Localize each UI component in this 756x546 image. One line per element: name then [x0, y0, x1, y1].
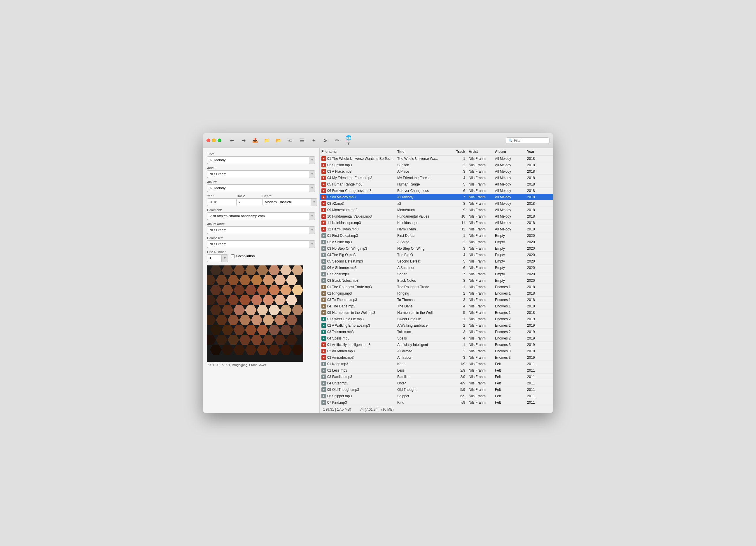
cell-year: 2018 [525, 291, 543, 295]
composer-dropdown-btn[interactable]: ▼ [309, 240, 315, 248]
table-row[interactable]: 11 Kaleidoscope.mp3 Kaleidoscope 11 Nils… [320, 220, 553, 226]
next-button[interactable]: ➡ [239, 137, 248, 145]
table-row[interactable]: 06 A Shimmer.mp3 A Shimmer 6 Nils Frahm … [320, 265, 553, 271]
folder-open-button[interactable]: 📂 [274, 137, 283, 145]
cell-track: 2 [451, 349, 467, 353]
compilation-checkbox[interactable] [231, 254, 235, 258]
table-row[interactable]: 02 All Armed.mp3 All Armed 2 Nils Frahm … [320, 348, 553, 354]
table-row[interactable]: 07 Kind.mp3 Kind 7/9 Nils Frahm Felt 201… [320, 399, 553, 406]
disc-input[interactable] [207, 254, 222, 262]
table-row[interactable]: 03 Talisman.mp3 Talisman 3 Nils Frahm En… [320, 329, 553, 335]
table-row[interactable]: 03 Familiar.mp3 Familiar 3/9 Nils Frahm … [320, 374, 553, 380]
table-row[interactable]: 02 Less.mp3 Less 2/9 Nils Frahm Felt 201… [320, 367, 553, 374]
cell-title: All Melody [395, 195, 451, 199]
table-row[interactable]: 05 Human Range.mp3 Human Range 5 Nils Fr… [320, 181, 553, 188]
cell-year: 2019 [525, 356, 543, 360]
globe-button[interactable]: 🌐 ▾ [344, 137, 353, 145]
track-icon [321, 355, 326, 360]
svg-marker-101 [323, 325, 325, 326]
artist-label: Artist: [207, 166, 315, 170]
table-row[interactable]: 04 The Big O.mp3 The Big O 4 Nils Frahm … [320, 252, 553, 258]
table-row[interactable]: 05 Old Thought.mp3 Old Thought 5/9 Nils … [320, 386, 553, 393]
table-row[interactable]: 05 Harmonium in the Well.mp3 Harmonium i… [320, 309, 553, 316]
previous-button[interactable]: ⬅ [227, 137, 237, 145]
composer-input[interactable] [207, 240, 309, 248]
album-artist-label: Album Artist: [207, 222, 315, 226]
cell-album: All Melody [493, 227, 525, 231]
search-box[interactable]: 🔍 [506, 137, 549, 144]
list-button[interactable]: ☰ [297, 137, 307, 145]
table-row[interactable]: 01 First Defeat.mp3 First Defeat 1 Nils … [320, 232, 553, 239]
cell-title: Black Notes [395, 279, 451, 283]
comment-input[interactable] [207, 212, 309, 220]
genre-dropdown-btn[interactable]: ▼ [311, 198, 317, 206]
album-artist-input[interactable] [207, 226, 309, 234]
table-row[interactable]: 08 #2.mp3 #2 8 Nils Frahm All Melody 201… [320, 200, 553, 207]
cell-title: Keep [395, 362, 451, 366]
tag-button[interactable]: 🏷 [286, 137, 295, 145]
table-row[interactable]: 08 Black Notes.mp3 Black Notes 8 Nils Fr… [320, 277, 553, 284]
comment-dropdown-btn[interactable]: ▼ [309, 212, 315, 220]
table-row[interactable]: 02 A Shine.mp3 A Shine 2 Nils Frahm Empt… [320, 239, 553, 245]
close-button[interactable] [207, 139, 210, 142]
right-panel: Filename Title Track Artist Album Year 0… [320, 148, 553, 413]
cell-year: 2020 [525, 240, 543, 244]
export-button[interactable]: 📤 [251, 137, 260, 145]
cell-artist: Nils Frahm [467, 253, 493, 257]
title-input[interactable] [207, 156, 309, 164]
artist-dropdown-btn[interactable]: ▼ [309, 170, 315, 178]
cell-year: 2020 [525, 234, 543, 238]
cell-year: 2020 [525, 272, 543, 276]
cell-title: Fundamental Values [395, 214, 451, 218]
table-row[interactable]: 03 To Thomas.mp3 To Thomas 3 Nils Frahm … [320, 297, 553, 303]
disc-arrow-btn[interactable]: ▼ [222, 254, 228, 262]
table-row[interactable]: 03 No Step On Wing.mp3 No Step On Wing 3… [320, 245, 553, 252]
album-input[interactable] [207, 184, 309, 192]
artist-input[interactable] [207, 170, 309, 178]
tools-button[interactable]: ✦ [309, 137, 318, 145]
table-row[interactable]: 07 All Melody.mp3 All Melody 7 Nils Frah… [320, 194, 553, 200]
table-row[interactable]: 06 Forever Changeless.mp3 Forever Change… [320, 188, 553, 194]
table-row[interactable]: 02 Ringing.mp3 Ringing 2 Nils Frahm Enco… [320, 290, 553, 297]
title-dropdown-btn[interactable]: ▼ [309, 156, 315, 164]
folder-button[interactable]: 📁 [262, 137, 272, 145]
table-row[interactable]: 01 Artificially Intelligent.mp3 Artifici… [320, 342, 553, 348]
table-row[interactable]: 04 My Friend the Forest.mp3 My Friend th… [320, 175, 553, 181]
table-row[interactable]: 12 Harm Hymn.mp3 Harm Hymn 12 Nils Frahm… [320, 226, 553, 232]
track-icon [321, 182, 326, 187]
album-dropdown-btn[interactable]: ▼ [309, 184, 315, 192]
cell-track: 5 [451, 259, 467, 263]
search-input[interactable] [514, 139, 547, 143]
table-row[interactable]: 10 Fundamental Values.mp3 Fundamental Va… [320, 213, 553, 220]
artwork-box[interactable]: NILS FRAHM ALL MELODY [207, 265, 303, 362]
table-row[interactable]: 04 Spells.mp3 Spells 4 Nils Frahm Encore… [320, 335, 553, 342]
cell-artist: Nils Frahm [467, 356, 493, 360]
table-row[interactable]: 05 Second Defeat.mp3 Second Defeat 5 Nil… [320, 258, 553, 265]
script-button[interactable]: ⚙ [321, 137, 330, 145]
minimize-button[interactable] [212, 139, 216, 142]
table-row[interactable]: 01 Keep.mp3 Keep 1/9 Nils Frahm Felt 201… [320, 361, 553, 367]
album-artist-dropdown-btn[interactable]: ▼ [309, 226, 315, 234]
table-row[interactable]: 01 The Whole Universe Wants to Be Touche… [320, 155, 553, 162]
header-album: Album [493, 150, 525, 154]
table-row[interactable]: 01 Sweet Little Lie.mp3 Sweet Little Lie… [320, 316, 553, 322]
table-row[interactable]: 02 A Walking Embrace.mp3 A Walking Embra… [320, 322, 553, 329]
table-row[interactable]: 04 The Dane.mp3 The Dane 4 Nils Frahm En… [320, 303, 553, 309]
table-row[interactable]: 03 A Place.mp3 A Place 3 Nils Frahm All … [320, 168, 553, 175]
cell-album: Encores 1 [493, 291, 525, 295]
artist-input-wrap: ▼ [207, 170, 315, 178]
table-row[interactable]: 03 Amirador.mp3 Amirador 3 Nils Frahm En… [320, 354, 553, 361]
edit-button[interactable]: ✏ [332, 137, 342, 145]
cell-artist: Nils Frahm [467, 202, 493, 206]
svg-marker-111 [323, 389, 325, 391]
table-row[interactable]: 01 The Roughest Trade.mp3 The Roughest T… [320, 284, 553, 290]
table-row[interactable]: 07 Sonar.mp3 Sonar 7 Nils Frahm Empty 20… [320, 271, 553, 277]
table-row[interactable]: 04 Unter.mp3 Unter 4/9 Nils Frahm Felt 2… [320, 380, 553, 386]
table-row[interactable]: 02 Sunson.mp3 Sunson 2 Nils Frahm All Me… [320, 162, 553, 168]
table-row[interactable]: 09 Momentum.mp3 Momentum 9 Nils Frahm Al… [320, 207, 553, 213]
artwork-svg: NILS FRAHM ALL MELODY [207, 265, 303, 362]
maximize-button[interactable] [218, 139, 221, 142]
table-row[interactable]: 06 Snippet.mp3 Snippet 6/9 Nils Frahm Fe… [320, 393, 553, 399]
track-icon [321, 381, 326, 386]
genre-input[interactable] [263, 198, 311, 206]
